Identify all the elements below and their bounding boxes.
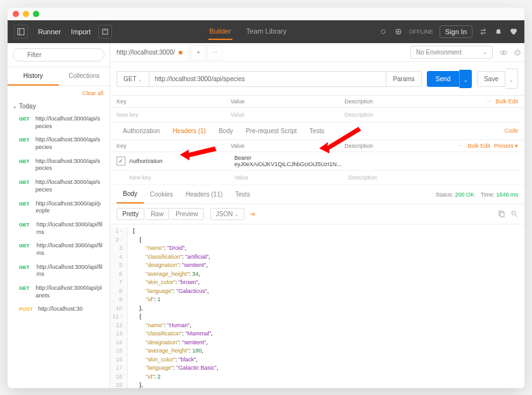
- environment-quicklook-button[interactable]: [497, 46, 510, 60]
- filter-box: [8, 43, 110, 67]
- capture-icon[interactable]: [394, 27, 403, 36]
- params-more-button[interactable]: ⋯: [486, 98, 491, 105]
- history-url: http://localhost:3000/api/species: [35, 115, 103, 130]
- history-method: GET: [19, 242, 33, 249]
- team-library-tab[interactable]: Team Library: [245, 23, 288, 40]
- tab-options-button[interactable]: ⋯: [207, 45, 222, 60]
- resp-body-tab[interactable]: Body: [117, 185, 144, 204]
- raw-button[interactable]: Raw: [146, 208, 169, 220]
- notifications-icon[interactable]: [494, 27, 503, 36]
- signin-button[interactable]: Sign In: [440, 25, 472, 38]
- save-button[interactable]: Save: [477, 71, 505, 87]
- headers-new-key[interactable]: New key: [129, 173, 234, 182]
- svg-point-4: [381, 30, 385, 34]
- params-new-key[interactable]: New key: [117, 110, 231, 119]
- method-select[interactable]: GET ⌄: [117, 71, 149, 87]
- sidebar-tabs: History Collections: [8, 67, 110, 86]
- sidebar-toggle-button[interactable]: [14, 25, 28, 39]
- history-item[interactable]: GEThttp://localhost:3000/api/planets: [8, 282, 110, 302]
- pretty-button[interactable]: Pretty: [117, 208, 144, 220]
- format-select[interactable]: JSON ⌄: [210, 208, 244, 220]
- close-window-button[interactable]: [13, 11, 19, 17]
- resp-tests-tab[interactable]: Tests: [229, 186, 256, 203]
- history-item[interactable]: GEThttp://localhost:3000/api/films: [8, 239, 110, 260]
- headers-new-value[interactable]: Value: [234, 173, 348, 182]
- environment-label: No Environment: [416, 49, 462, 56]
- headers-new-row[interactable]: New key Value Description: [110, 171, 524, 185]
- history-tab[interactable]: History: [8, 67, 59, 86]
- svg-point-8: [503, 51, 505, 53]
- resp-cookies-tab[interactable]: Cookies: [144, 186, 179, 203]
- history-item[interactable]: GEThttp://localhost:3000/api/species: [8, 133, 110, 154]
- zoom-window-button[interactable]: [33, 11, 39, 17]
- save-options-button[interactable]: ⌄: [505, 68, 518, 89]
- history-method: POST: [19, 306, 34, 312]
- history-item[interactable]: GEThttp://localhost:3000/api/people: [8, 197, 110, 218]
- url-input[interactable]: [149, 71, 386, 87]
- params-new-row[interactable]: New key Value Description: [110, 108, 524, 122]
- settings-icon[interactable]: [479, 27, 488, 36]
- send-options-button[interactable]: ⌄: [459, 70, 472, 88]
- header-key-cell[interactable]: Authorization: [129, 158, 234, 164]
- request-tab[interactable]: http://localhost:3000/: [110, 43, 189, 62]
- clear-all-link[interactable]: Clear all: [8, 86, 110, 100]
- runner-button[interactable]: Runner: [33, 25, 66, 38]
- history-method: GET: [19, 200, 32, 207]
- minimize-window-button[interactable]: [23, 11, 29, 17]
- copy-response-button[interactable]: [498, 210, 505, 219]
- unsaved-dot-icon: [179, 51, 182, 55]
- headers-desc-header: Description: [345, 143, 458, 149]
- headers-bulk-edit-link[interactable]: Bulk Edit: [467, 143, 490, 149]
- prerequest-tab[interactable]: Pre-request Script: [239, 122, 303, 139]
- send-button[interactable]: Send: [427, 71, 459, 87]
- svg-point-9: [516, 51, 519, 55]
- response-body[interactable]: 1 -[2 - {3 "name": "Droid",4 "classifica…: [110, 224, 524, 388]
- day-group-label[interactable]: Today: [8, 100, 110, 112]
- history-item[interactable]: GEThttp://localhost:3000/api/films: [8, 218, 110, 239]
- headers-tab[interactable]: Headers (1): [166, 122, 212, 139]
- history-url: http://localhost:3000/api/films: [37, 264, 103, 278]
- params-button[interactable]: Params: [386, 71, 421, 87]
- header-row[interactable]: Authorization Bearer eyJ0eXAiOiJKV1QiLCJ…: [110, 152, 524, 171]
- collections-tab[interactable]: Collections: [59, 67, 110, 86]
- environment-settings-button[interactable]: [510, 46, 524, 60]
- history-item[interactable]: GEThttp://localhost:3000/api/species: [8, 176, 110, 197]
- import-button[interactable]: Import: [66, 25, 96, 38]
- wrap-button[interactable]: ⇥: [250, 210, 255, 217]
- environment-select[interactable]: No Environment ⌄: [410, 46, 493, 59]
- history-url: http://localhost:3000/api/species: [35, 136, 103, 151]
- history-method: GET: [19, 115, 32, 122]
- header-value-cell[interactable]: Bearer eyJ0eXAiOiJKV1QiLCJhbGciOiJSUzI1N…: [234, 155, 348, 167]
- code-link[interactable]: Code: [504, 122, 518, 139]
- content-area: History Collections Clear all Today GETh…: [8, 43, 524, 388]
- sync-icon[interactable]: [379, 27, 388, 36]
- new-tab-button[interactable]: +: [191, 45, 206, 60]
- history-item[interactable]: POSThttp://localhost:30: [8, 302, 110, 316]
- params-new-desc[interactable]: Description: [345, 110, 518, 119]
- filter-input[interactable]: [13, 48, 104, 62]
- headers-presets-link[interactable]: Presets ▾: [494, 143, 518, 149]
- history-item[interactable]: GEThttp://localhost:3000/api/species: [8, 155, 110, 176]
- builder-tab[interactable]: Builder: [208, 23, 232, 40]
- history-list: GEThttp://localhost:3000/api/speciesGETh…: [8, 112, 110, 388]
- body-tab[interactable]: Body: [212, 122, 239, 139]
- headers-new-desc[interactable]: Description: [348, 173, 518, 182]
- auth-tab[interactable]: Authorization: [117, 122, 166, 139]
- search-response-button[interactable]: [510, 210, 518, 219]
- chevron-down-icon: ⌄: [483, 49, 487, 55]
- svg-text:+: +: [104, 29, 107, 32]
- tests-tab[interactable]: Tests: [303, 122, 331, 139]
- history-item[interactable]: GEThttp://localhost:3000/api/species: [8, 112, 110, 133]
- history-item[interactable]: GEThttp://localhost:3000/api/films: [8, 261, 110, 282]
- new-window-button[interactable]: +: [98, 25, 112, 39]
- headers-more-button[interactable]: ⋯: [458, 143, 464, 149]
- resp-headers-tab[interactable]: Headers (11): [179, 186, 229, 203]
- history-method: GET: [19, 179, 32, 185]
- heart-icon[interactable]: [509, 27, 518, 36]
- headers-key-header: Key: [117, 143, 231, 149]
- params-bulk-edit-link[interactable]: Bulk Edit: [495, 98, 518, 105]
- params-new-value[interactable]: Value: [231, 110, 345, 119]
- svg-rect-0: [18, 29, 24, 35]
- preview-button[interactable]: Preview: [170, 208, 204, 220]
- header-checkbox[interactable]: [117, 157, 125, 165]
